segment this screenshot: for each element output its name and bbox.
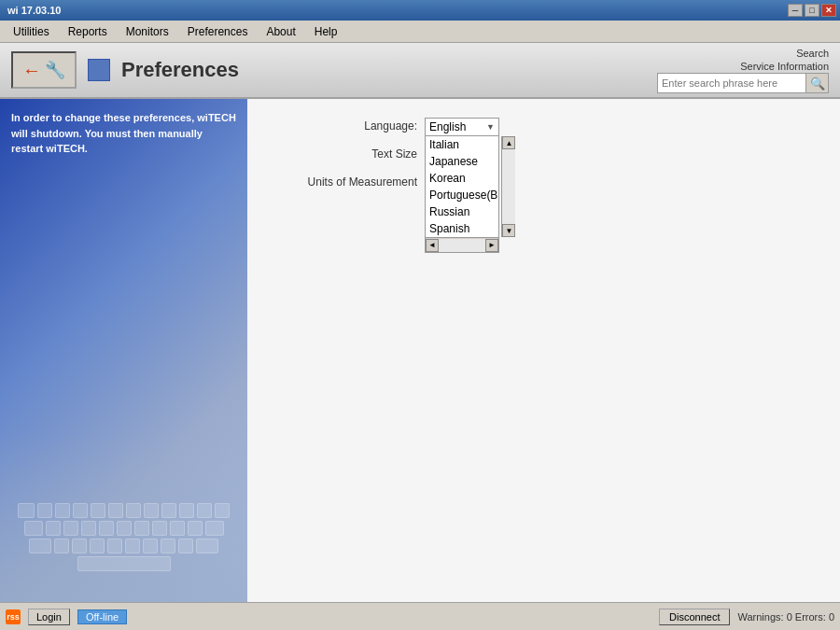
left-panel: In order to change these preferences, wi… (0, 99, 247, 602)
menu-about[interactable]: About (257, 23, 304, 40)
search-input[interactable] (657, 73, 806, 93)
scroll-left-button[interactable]: ◄ (426, 239, 439, 252)
status-right: Disconnect Warnings: 0 Errors: 0 (659, 609, 834, 625)
nav-box[interactable]: ← 🔧 (11, 51, 77, 89)
right-panel: Language: English ▼ Italian Japanese Kor… (247, 99, 840, 602)
search-button[interactable]: 🔍 (806, 73, 829, 93)
offline-badge: Off-line (77, 609, 127, 624)
header: ← 🔧 Preferences Search Service Informati… (0, 43, 840, 99)
language-option-portuguese[interactable]: Portuguese(B (426, 187, 501, 203)
text-size-row: Text Size (275, 146, 812, 164)
menu-monitors[interactable]: Monitors (117, 23, 178, 40)
page-title: Preferences (121, 58, 239, 82)
language-option-spanish[interactable]: Spanish (426, 220, 501, 237)
rss-icon: rss (6, 609, 21, 624)
info-message: In order to change these preferences, wi… (11, 110, 236, 157)
page-icon (88, 59, 110, 81)
scroll-up-button[interactable]: ▲ (502, 136, 515, 149)
app-title: wi 17.03.10 (4, 5, 62, 16)
header-right: Search Service Information 🔍 (657, 47, 829, 94)
menu-utilities[interactable]: Utilities (4, 23, 59, 40)
language-option-italian[interactable]: Italian (426, 136, 501, 153)
search-box-wrap: 🔍 (657, 73, 829, 93)
window-controls: ─ □ ✕ (788, 4, 836, 17)
units-row: Units of Measurement (275, 174, 812, 192)
language-option-japanese[interactable]: Japanese (426, 153, 501, 170)
menu-bar: Utilities Reports Monitors Preferences A… (0, 21, 840, 43)
search-label: Search Service Information (740, 47, 829, 74)
warnings-text: Warnings: 0 Errors: 0 (737, 611, 834, 623)
wrench-icon: 🔧 (45, 60, 65, 80)
language-label: Language: (275, 118, 425, 133)
scroll-right-button[interactable]: ► (485, 239, 498, 252)
text-size-label: Text Size (275, 146, 425, 161)
menu-help[interactable]: Help (305, 23, 347, 40)
scroll-down-button[interactable]: ▼ (502, 224, 515, 237)
maximize-button[interactable]: □ (805, 4, 819, 17)
minimize-button[interactable]: ─ (788, 4, 803, 17)
units-label: Units of Measurement (275, 174, 425, 189)
h-scroll-track (439, 239, 485, 252)
horizontal-scrollbar: ◄ ► (426, 237, 498, 252)
menu-preferences[interactable]: Preferences (178, 23, 258, 40)
scroll-track (502, 149, 515, 224)
language-option-korean[interactable]: Korean (426, 170, 501, 187)
menu-reports[interactable]: Reports (59, 23, 117, 40)
status-bar: rss Login Off-line Disconnect Warnings: … (0, 602, 840, 630)
title-bar: wi 17.03.10 ─ □ ✕ (0, 0, 840, 21)
language-dropdown[interactable]: English ▼ Italian Japanese Korean Portug… (425, 118, 499, 136)
language-options: Italian Japanese Korean Portuguese(B Rus… (426, 136, 501, 237)
close-button[interactable]: ✕ (821, 4, 836, 17)
main-area: In order to change these preferences, wi… (0, 99, 840, 602)
login-button[interactable]: Login (28, 609, 70, 625)
disconnect-button[interactable]: Disconnect (659, 609, 730, 625)
language-dropdown-list: Italian Japanese Korean Portuguese(B Rus… (425, 136, 499, 253)
header-left: ← 🔧 Preferences (11, 51, 239, 89)
language-selected[interactable]: English ▼ (425, 118, 499, 136)
language-option-russian[interactable]: Russian (426, 203, 501, 220)
status-left: rss Login Off-line (6, 609, 127, 625)
dropdown-arrow-icon: ▼ (486, 122, 495, 132)
language-row: Language: English ▼ Italian Japanese Kor… (275, 118, 812, 136)
back-arrow-icon: ← (22, 60, 41, 81)
dropdown-scrollbar[interactable]: ▲ ▼ (501, 136, 515, 237)
